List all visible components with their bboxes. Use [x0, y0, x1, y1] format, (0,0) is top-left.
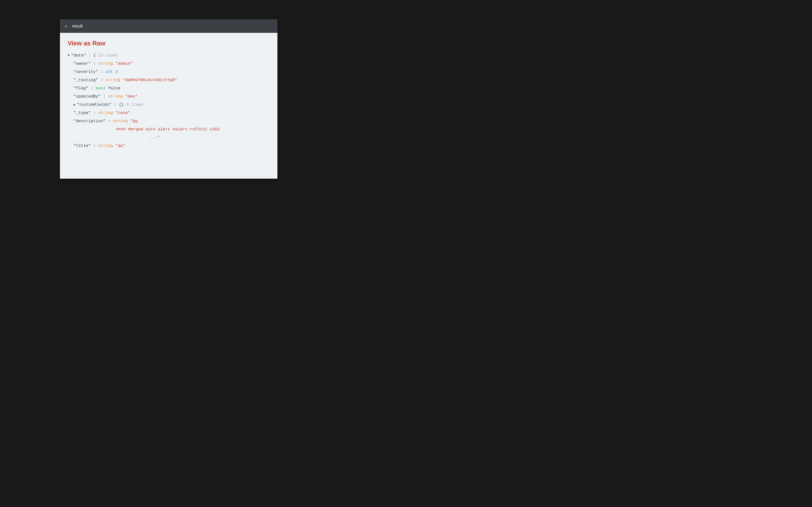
description-type: string	[113, 117, 128, 125]
expand-customfields-icon[interactable]: ▶	[73, 101, 75, 108]
title-value: "qq"	[115, 142, 125, 150]
type-value: "case"	[115, 109, 130, 117]
owner-key: "owner"	[73, 60, 91, 68]
title-key: "title"	[73, 142, 91, 150]
data-row: ▼ "data" : { 23 items	[68, 51, 270, 60]
severity-type: int	[106, 68, 113, 76]
customfields-row: ▶ "customFields" : {} 0 items	[68, 101, 270, 109]
severity-key: "severity"	[73, 68, 98, 76]
flag-value: false	[108, 84, 120, 93]
content-area: View as Raw ▼ "data" : { 23 items "owner…	[60, 33, 277, 179]
title-type: string	[98, 142, 113, 150]
updatedby-key: "updatedBy"	[73, 93, 101, 101]
updatedby-type: string	[108, 93, 123, 101]
data-items-count: 23 items	[96, 51, 118, 60]
customfields-key: "customFields"	[77, 101, 111, 109]
type-row: "_type" : string "case"	[68, 109, 270, 117]
view-as-raw-title[interactable]: View as Raw	[68, 40, 270, 47]
type-key: "_type"	[73, 109, 91, 117]
description-ellipsis-row: ..."	[68, 133, 270, 142]
flag-key: "flag"	[73, 84, 88, 93]
main-window: e result View as Raw ▼ "data" : { 23 ite…	[60, 19, 277, 179]
description-ellipsis: ..."	[150, 133, 160, 142]
tab-bar: e result	[60, 19, 277, 33]
customfields-items-count: 0 items	[124, 101, 144, 109]
type-type: string	[98, 109, 113, 117]
routing-value: "AW9hGYN6caLVobCstYq8"	[123, 76, 177, 84]
title-row: "title" : string "qq"	[68, 142, 270, 150]
routing-key: "_routing"	[73, 76, 98, 84]
json-tree: ▼ "data" : { 23 items "owner" : string "…	[68, 51, 270, 150]
description-content-row: #### Merged with alert #alert-ref2111 LO…	[68, 125, 270, 133]
owner-type: string	[98, 60, 113, 68]
description-row: "description" : string "qq	[68, 117, 270, 125]
severity-row: "severity" : int 2	[68, 68, 270, 76]
description-start-value: "qq	[130, 117, 138, 125]
owner-value: "admin"	[115, 60, 133, 68]
updatedby-value: "dev"	[125, 93, 138, 101]
description-key: "description"	[73, 117, 106, 125]
description-content: #### Merged with alert #alert-ref2111 LO…	[116, 125, 219, 133]
routing-row: "_routing" : string "AW9hGYN6caLVobCstYq…	[68, 76, 270, 84]
data-key: "data"	[71, 51, 86, 60]
updatedby-row: "updatedBy" : string "dev"	[68, 93, 270, 101]
flag-type: bool	[96, 84, 106, 93]
owner-row: "owner" : string "admin"	[68, 60, 270, 68]
flag-row: "flag" : bool false	[68, 84, 270, 93]
severity-value: 2	[115, 68, 118, 76]
tab-result[interactable]: result	[72, 24, 83, 29]
collapse-data-icon[interactable]: ▼	[68, 52, 69, 59]
tab-prev[interactable]: e	[65, 24, 67, 29]
routing-type: string	[106, 76, 120, 84]
